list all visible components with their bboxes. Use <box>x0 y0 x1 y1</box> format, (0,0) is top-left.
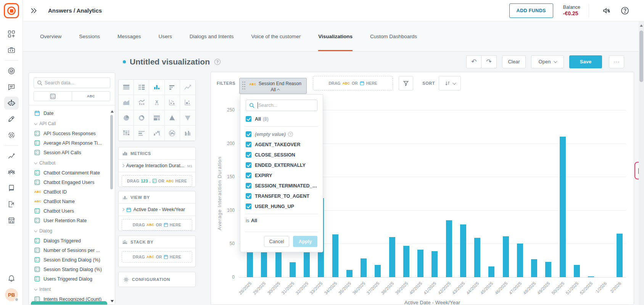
field-item[interactable]: Session API Calls <box>34 148 111 157</box>
checkbox-checked[interactable] <box>246 131 251 137</box>
chart-type-bar-chart[interactable] <box>149 80 164 95</box>
redo-button[interactable]: ↷ <box>481 55 497 68</box>
advanced-filter-button[interactable] <box>399 76 413 90</box>
more-options-button[interactable]: ··· <box>609 55 624 68</box>
metric-item[interactable]: Average Interaction Durat... M1 <box>119 160 195 172</box>
infobip-logo[interactable] <box>4 3 19 18</box>
help-icon[interactable]: ? <box>288 132 293 137</box>
field-search[interactable] <box>34 77 110 88</box>
scrollbar-thumb[interactable] <box>639 31 643 82</box>
dev-tools-icon[interactable] <box>0 43 23 57</box>
chart-type-bubble-chart[interactable] <box>180 95 195 110</box>
scroll-down-arrow[interactable] <box>111 300 114 302</box>
field-item[interactable]: Dialogs Triggered <box>34 236 111 245</box>
chart-type-horizontal-bar-chart[interactable] <box>165 80 180 95</box>
field-search-input[interactable] <box>45 80 110 86</box>
field-item[interactable]: Chatbot Engaged Users <box>34 178 111 187</box>
tab-messages[interactable]: Messages <box>118 21 141 51</box>
chart-type-table[interactable] <box>119 80 134 95</box>
filter-option[interactable]: (empty value)? <box>246 131 317 137</box>
undo-button[interactable]: ↶ <box>466 55 481 68</box>
field-item[interactable]: Session Ending Dialog (%) <box>34 255 111 265</box>
configuration-section[interactable]: CONFIGURATION <box>118 272 196 287</box>
field-item[interactable]: User Retention Rate <box>34 216 111 225</box>
bar-43/2025[interactable] <box>460 224 466 277</box>
apps-add-icon[interactable] <box>0 27 23 41</box>
bar-35/2025[interactable] <box>346 270 353 277</box>
tab-visualizations[interactable]: Visualizations <box>318 21 353 51</box>
storefront-icon[interactable] <box>0 213 23 228</box>
visualization-title[interactable]: Untitled visualization <box>130 57 210 66</box>
bar-46/2025[interactable] <box>503 236 509 277</box>
checkbox-checked[interactable] <box>246 193 251 199</box>
filters-dropzone[interactable]: DRAG ABC OR HERE <box>313 76 393 90</box>
expand-chevron-icon[interactable] <box>121 164 124 167</box>
field-group-intent[interactable]: Intent <box>34 284 111 294</box>
field-item[interactable]: Number of Sessions per ... <box>34 245 111 255</box>
field-item[interactable]: Session Starting Dialog (%) <box>34 265 111 274</box>
chart-type-combo-chart[interactable] <box>134 95 149 110</box>
tab-dialogs-and-intents[interactable]: Dialogs and Intents <box>190 21 234 51</box>
page-scrollbar[interactable] <box>639 21 644 305</box>
field-group-chatbot[interactable]: Chatbot <box>34 158 111 168</box>
tab-users[interactable]: Users <box>159 21 172 51</box>
scroll-up-arrow[interactable] <box>640 24 643 27</box>
chart-type-treemap[interactable] <box>149 110 164 126</box>
field-item[interactable]: ABCChatBot ID <box>34 187 111 197</box>
avatar[interactable]: PB <box>5 288 18 301</box>
checkbox-checked[interactable] <box>246 142 251 147</box>
field-item[interactable]: Users Triggered Dialog <box>34 274 111 284</box>
goals-icon[interactable] <box>0 64 23 78</box>
view-by-item[interactable]: Active Date - Week/Year <box>119 203 195 216</box>
field-item[interactable]: ABCChatBot Name <box>34 197 111 206</box>
chart-type-pie-chart[interactable] <box>119 110 134 126</box>
chart-type-pivot-table[interactable] <box>119 126 134 141</box>
chart-type-number[interactable]: X <box>149 95 164 110</box>
expand-chevron-icon[interactable] <box>121 208 124 211</box>
metrics-dropzone[interactable]: DRAG 123 , OR ABC HERE <box>122 175 192 187</box>
bar-39/2025[interactable] <box>403 246 409 277</box>
people-icon[interactable] <box>0 165 23 179</box>
filter-option[interactable]: CLOSE_SESSION <box>246 152 317 158</box>
field-item[interactable]: Average API Response Ti... <box>34 138 111 148</box>
metric-filter-toggle[interactable] <box>34 92 72 101</box>
chart-type-scatter-plot[interactable] <box>165 95 180 110</box>
help-icon[interactable] <box>620 6 630 15</box>
title-help-icon[interactable]: ? <box>214 59 221 65</box>
mute-speaker-icon[interactable] <box>602 6 611 15</box>
bar-51/2025[interactable] <box>574 265 580 277</box>
checkbox-checked[interactable] <box>246 152 251 158</box>
chart-type-report-table[interactable] <box>134 80 149 95</box>
clear-button[interactable]: Clear <box>502 55 526 68</box>
bar-37/2025[interactable] <box>375 265 381 277</box>
filter-option[interactable]: TRANSFER_TO_AGENT <box>246 193 317 199</box>
exit-icon[interactable] <box>0 197 23 211</box>
checkbox-checked[interactable] <box>246 173 251 178</box>
knowledge-icon[interactable] <box>0 181 23 195</box>
tab-sessions[interactable]: Sessions <box>79 21 100 51</box>
analytics-icon[interactable] <box>0 149 23 163</box>
notifications-bell-icon[interactable] <box>0 271 23 285</box>
field-item[interactable]: Chatbot Users <box>34 206 111 216</box>
checkbox-checked[interactable] <box>246 183 251 189</box>
drag-handle-icon[interactable] <box>242 81 246 91</box>
bar-38/2025[interactable] <box>389 237 395 277</box>
chart-type-column-matrix[interactable] <box>180 126 195 141</box>
bar-52/2025[interactable] <box>588 276 594 277</box>
conversations-icon[interactable] <box>0 80 23 94</box>
tab-overview[interactable]: Overview <box>40 21 61 51</box>
bar-31/2025[interactable] <box>290 262 296 277</box>
field-group-api-call[interactable]: API Call <box>34 119 111 129</box>
chart-type-chord[interactable] <box>165 126 180 141</box>
bar-42/2025[interactable] <box>446 220 452 277</box>
chart-type-line-chart[interactable] <box>180 80 195 95</box>
bar-41/2025[interactable] <box>431 251 438 277</box>
save-button[interactable]: Save <box>569 55 602 68</box>
bar-28/2025[interactable] <box>247 249 253 277</box>
scrollbar-thumb[interactable] <box>110 115 113 189</box>
filter-option[interactable]: SESSION_TERMINATED_O... <box>246 183 317 189</box>
chart-type-area-chart[interactable] <box>119 95 134 110</box>
bar-47/2025[interactable] <box>517 244 523 277</box>
apply-button[interactable]: Apply <box>293 236 317 247</box>
field-item[interactable]: Chatbot Containment Rate <box>34 168 111 178</box>
